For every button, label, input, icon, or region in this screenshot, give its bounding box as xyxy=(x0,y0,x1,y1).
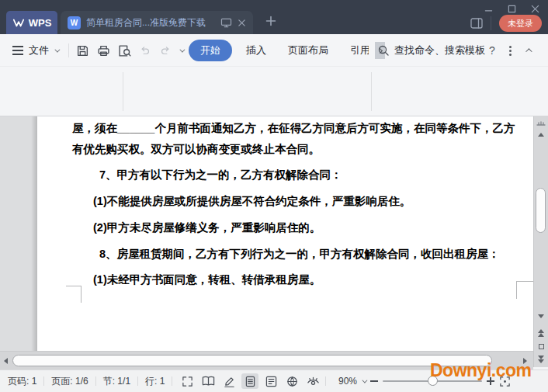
page-number-label: 页码: 1 xyxy=(8,375,36,388)
close-tab-icon[interactable] xyxy=(238,19,246,27)
fullscreen-button[interactable] xyxy=(179,373,196,389)
new-tab-button[interactable] xyxy=(262,12,279,29)
next-page-icon2[interactable] xyxy=(538,359,544,363)
outline-view-button[interactable] xyxy=(262,373,279,389)
close-icon xyxy=(531,5,539,13)
login-button[interactable]: 未登录 xyxy=(499,15,542,32)
vertical-scrollbar[interactable] xyxy=(533,116,548,367)
eye-protection-button[interactable] xyxy=(304,373,321,389)
file-menu[interactable]: 文件 xyxy=(29,43,49,57)
titlebar: WPS W 简单租房合同...准版免费下载 未 xyxy=(0,0,548,34)
hide-sidebar-icon[interactable] xyxy=(470,18,483,29)
globe-icon xyxy=(286,376,298,387)
zoom-chevron-icon[interactable] xyxy=(362,377,367,383)
share-screen-icon[interactable] xyxy=(220,18,232,28)
document-line: 有优先购买权。双方可以协商变更或终止本合同。 xyxy=(72,141,320,157)
downyi-watermark: Downyi.com xyxy=(430,360,531,381)
document-tab[interactable]: W 简单租房合同...准版免费下载 xyxy=(61,11,253,34)
previous-page-icon2[interactable] xyxy=(538,333,544,337)
select-browse-object-icon[interactable] xyxy=(539,344,544,349)
write-mode-button[interactable] xyxy=(220,373,238,389)
menu-icon[interactable] xyxy=(12,50,23,51)
collapse-ribbon-icon[interactable] xyxy=(525,48,532,54)
read-mode-button[interactable] xyxy=(199,373,217,389)
page-count-label: 页面: 1/6 xyxy=(51,375,88,388)
plus-icon xyxy=(265,16,276,26)
menubar-divider xyxy=(68,43,69,57)
file-chevron-icon[interactable] xyxy=(54,47,60,52)
zoom-out-button[interactable] xyxy=(370,380,378,382)
ribbon-toolbar: 粘贴 剪切 复制 格式刷 微软雅黑 xyxy=(0,67,548,116)
command-search-input[interactable]: 查找命令、搜索模板 xyxy=(394,43,485,57)
minimize-icon xyxy=(484,5,493,13)
toolbar-divider xyxy=(371,72,372,111)
eye-icon xyxy=(307,376,320,387)
menubar: 文件 开始 插入 页面布局 引用 查 xyxy=(0,34,548,67)
undo-icon[interactable] xyxy=(139,45,151,57)
document-line: 屋，须在______个月前书面通知乙方，在征得乙方同意后方可实施，在同等条件下，… xyxy=(72,120,515,136)
document-line: 8、房屋租赁期间，乙方有下列行为之一的，甲方有权解除合同，收回出租房屋： xyxy=(99,246,500,262)
section-label: 节: 1/1 xyxy=(103,375,130,388)
wps-label: WPS xyxy=(29,17,52,29)
zoom-level-value[interactable]: 90% xyxy=(338,376,357,387)
scroll-down-icon[interactable] xyxy=(538,314,544,318)
page-shadow xyxy=(31,116,37,351)
vertical-scroll-thumb[interactable] xyxy=(536,188,546,233)
web-view-button[interactable] xyxy=(283,373,300,389)
document-tab-title: 简单租房合同...准版免费下载 xyxy=(86,16,215,29)
titlebar-divider xyxy=(491,16,491,30)
document-area: 屋，须在______个月前书面通知乙方，在征得乙方同意后方可实施，在同等条件下，… xyxy=(0,116,548,351)
document-line: (2)甲方未尽房屋修缮义务，严重影响居住的。 xyxy=(93,220,321,235)
redo-icon[interactable] xyxy=(159,45,172,57)
fullscreen-icon xyxy=(182,376,193,387)
book-icon xyxy=(202,376,215,387)
print-preview-icon[interactable] xyxy=(118,44,131,57)
wps-home-tab[interactable]: WPS xyxy=(6,11,57,34)
page-view-icon xyxy=(245,376,255,387)
more-menu-icon[interactable] xyxy=(509,50,512,52)
tab-page-layout[interactable]: 页面布局 xyxy=(280,40,336,61)
horizontal-scroll-thumb[interactable] xyxy=(12,355,492,366)
margin-corner-mark xyxy=(66,286,82,303)
tab-insert[interactable]: 插入 xyxy=(238,40,274,61)
margin-corner-mark xyxy=(516,281,533,299)
maximize-icon xyxy=(508,5,516,13)
help-button[interactable]: ? xyxy=(489,44,495,57)
toolbar-divider xyxy=(123,72,123,111)
wps-logo-icon xyxy=(12,18,25,28)
save-icon[interactable] xyxy=(76,44,89,57)
tab-references[interactable]: 引用 xyxy=(342,40,369,61)
document-line: (1)未经甲方书面同意，转租、转借承租房屋。 xyxy=(93,272,321,287)
wps-writer-window: WPS W 简单租房合同...准版免费下载 未 xyxy=(0,0,548,392)
pen-icon xyxy=(224,376,235,387)
page-view-button[interactable] xyxy=(241,373,258,389)
document-line: 7、甲方有以下行为之一的，乙方有权解除合同： xyxy=(99,167,342,182)
document-line: (1)不能提供房屋或所提供房屋不符合约定条件，严重影响居住。 xyxy=(93,193,411,209)
ruler-toggle-icon[interactable] xyxy=(536,120,546,127)
writer-doc-icon: W xyxy=(68,16,81,29)
document-page[interactable]: 屋，须在______个月前书面通知乙方，在征得乙方同意后方可实施，在同等条件下，… xyxy=(37,116,533,351)
print-icon[interactable] xyxy=(97,44,110,57)
scroll-left-icon[interactable] xyxy=(4,358,8,364)
outline-icon xyxy=(265,376,277,387)
quickbar-chevron-icon[interactable] xyxy=(179,47,185,52)
tab-home[interactable]: 开始 xyxy=(189,40,232,61)
search-icon[interactable] xyxy=(377,44,390,57)
line-label: 行: 1 xyxy=(145,375,165,388)
scroll-up-icon[interactable] xyxy=(538,133,544,137)
titlebar-right: 未登录 xyxy=(470,15,542,32)
